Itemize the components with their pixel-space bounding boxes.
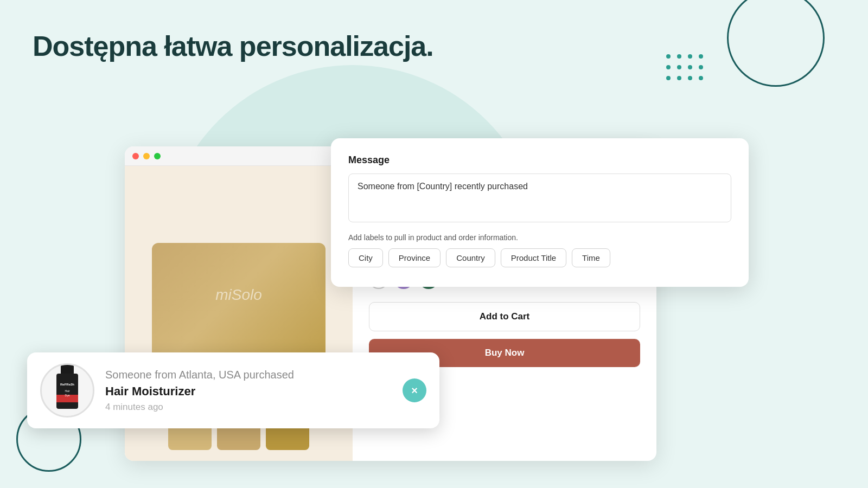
dot: [699, 54, 703, 59]
dot: [677, 76, 681, 80]
notification-product-name: Hair Moisturizer: [105, 384, 392, 399]
add-to-cart-button[interactable]: Add to Cart: [369, 302, 640, 331]
close-icon: ×: [411, 384, 418, 397]
labels-hint: Add labels to pull in product and order …: [348, 233, 731, 242]
dot: [666, 54, 671, 59]
chip-country[interactable]: Country: [446, 248, 495, 267]
dot: [677, 54, 681, 59]
label-chips: City Province Country Product Title Time: [348, 248, 731, 267]
message-panel-title: Message: [348, 155, 731, 166]
dot: [699, 76, 703, 80]
message-panel: Message Add labels to pull in product an…: [331, 138, 749, 287]
notification-close-button[interactable]: ×: [403, 378, 426, 402]
chip-city[interactable]: City: [348, 248, 383, 267]
svg-text:Hair: Hair: [65, 389, 70, 393]
notification-time: 4 minutes ago: [105, 402, 392, 413]
notification-text: Someone from Atlanta, USA purchased Hair…: [105, 369, 392, 413]
svg-text:Dye: Dye: [65, 394, 70, 397]
dot: [666, 76, 671, 80]
dots-grid: [666, 54, 705, 82]
chip-time[interactable]: Time: [572, 248, 610, 267]
notification-popup: ReFRe3h Hair Dye Someone from Atlanta, U…: [27, 352, 439, 428]
dot: [666, 65, 671, 69]
svg-rect-2: [61, 365, 74, 375]
chip-product-title[interactable]: Product Title: [501, 248, 566, 267]
chip-province[interactable]: Province: [388, 248, 441, 267]
browser-minimize-dot: [143, 153, 150, 159]
dot: [688, 54, 692, 59]
bg-circle-top-right: [727, 0, 825, 87]
dot: [688, 76, 692, 80]
product-image-label: miSolo: [215, 286, 262, 304]
page-title: Dostępna łatwa personalizacja.: [33, 30, 433, 62]
notification-purchase-text: Someone from Atlanta, USA purchased: [105, 369, 392, 381]
dot: [677, 65, 681, 69]
dot: [699, 65, 703, 69]
browser-close-dot: [132, 153, 139, 159]
browser-expand-dot: [154, 153, 161, 159]
svg-text:ReFRe3h: ReFRe3h: [60, 383, 74, 386]
dot: [688, 65, 692, 69]
message-textarea[interactable]: [348, 174, 731, 222]
notification-avatar: ReFRe3h Hair Dye: [40, 363, 94, 418]
product-image-tube: ReFRe3h Hair Dye: [51, 365, 84, 416]
